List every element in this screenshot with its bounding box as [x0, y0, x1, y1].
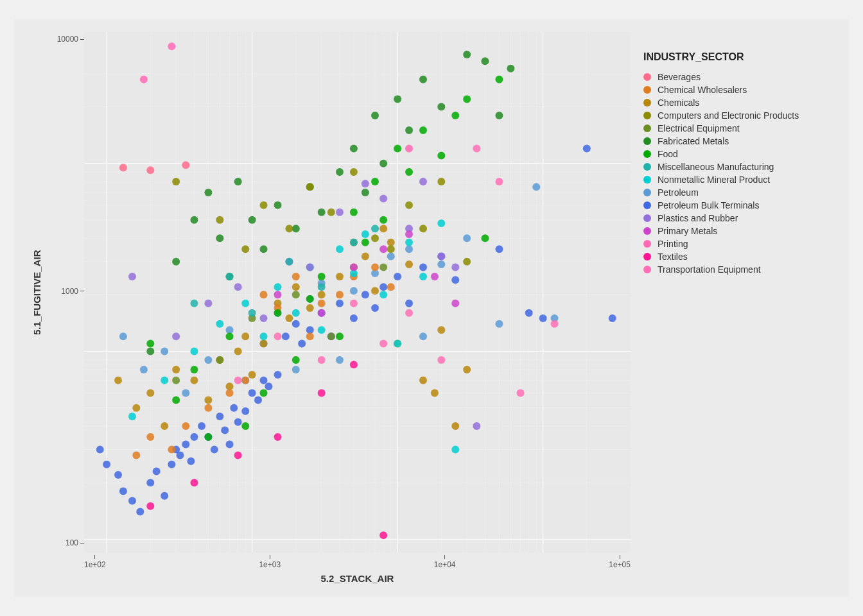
svg-point-243 [437, 219, 445, 227]
svg-point-164 [204, 404, 212, 412]
svg-point-312 [551, 320, 559, 328]
svg-point-152 [387, 239, 395, 246]
svg-point-74 [216, 413, 223, 420]
svg-point-276 [248, 309, 256, 317]
svg-point-182 [234, 178, 242, 185]
svg-point-98 [419, 264, 427, 271]
legend-item: Nonmetallic Mineral Product [643, 173, 836, 186]
svg-point-81 [254, 397, 262, 404]
legend-item: Printing [643, 237, 836, 250]
svg-point-73 [211, 446, 218, 454]
svg-point-176 [146, 348, 154, 355]
legend-item: Chemicals [643, 96, 836, 109]
svg-point-305 [350, 300, 358, 307]
svg-point-306 [379, 339, 387, 347]
svg-point-200 [495, 112, 503, 119]
svg-point-225 [495, 76, 503, 83]
legend: INDUSTRY_SECTOR BeveragesChemical Wholes… [631, 32, 842, 584]
svg-point-101 [495, 245, 503, 253]
svg-point-244 [451, 446, 459, 454]
svg-point-266 [451, 300, 459, 307]
svg-point-197 [437, 103, 445, 111]
svg-point-105 [609, 314, 616, 322]
legend-label: Food [658, 149, 678, 159]
legend-label: Printing [658, 239, 688, 249]
svg-point-310 [495, 178, 503, 185]
legend-dot [643, 86, 651, 94]
x-axis-spacer [27, 552, 84, 569]
svg-point-235 [318, 326, 326, 334]
legend-label: Transportation Equipment [658, 264, 761, 275]
svg-point-185 [274, 201, 281, 209]
legend-item: Electrical Equipment [643, 122, 836, 135]
svg-point-224 [481, 234, 489, 242]
svg-point-135 [204, 397, 212, 404]
legend-label: Miscellaneous Manufacturing [658, 162, 774, 172]
y-axis-label: 5.1_FUGITIVE_AIR [27, 32, 46, 552]
svg-point-267 [172, 377, 180, 384]
svg-point-208 [260, 389, 268, 397]
legend-dot [643, 73, 651, 81]
svg-point-130 [132, 404, 140, 412]
svg-point-288 [172, 178, 180, 185]
svg-point-171 [318, 300, 326, 307]
svg-point-172 [336, 291, 344, 298]
svg-point-126 [495, 320, 503, 328]
svg-point-110 [204, 356, 212, 364]
y-axis-ticks: 10000 1000 100 [49, 32, 84, 552]
legend-dot [643, 240, 651, 248]
svg-point-202 [146, 339, 154, 347]
legend-dot [643, 112, 651, 119]
legend-label: Fabricated Metals [658, 136, 729, 146]
svg-point-242 [419, 273, 427, 280]
svg-point-283 [234, 451, 242, 459]
svg-point-248 [234, 283, 242, 291]
svg-point-102 [525, 309, 533, 317]
svg-point-166 [241, 377, 249, 384]
svg-point-304 [318, 356, 326, 364]
legend-dot [643, 163, 651, 171]
svg-point-279 [350, 239, 358, 246]
svg-point-61 [136, 508, 144, 516]
svg-point-97 [405, 300, 413, 307]
plot-canvas [84, 32, 631, 552]
x-axis-row: 1e+02 1e+03 1e+04 1e+05 [27, 552, 631, 569]
svg-point-104 [583, 144, 591, 152]
svg-point-213 [336, 332, 344, 340]
svg-point-228 [190, 348, 198, 355]
plot-canvas-wrapper [84, 32, 631, 552]
legend-dot [643, 266, 651, 273]
svg-point-85 [282, 332, 290, 340]
svg-point-127 [532, 183, 540, 191]
svg-point-271 [327, 332, 335, 340]
legend-item: Fabricated Metals [643, 135, 836, 148]
x-axis-label: 5.2_STACK_AIR [27, 569, 631, 584]
svg-point-51 [146, 166, 154, 174]
legend-label: Plastics and Rubber [658, 213, 738, 223]
svg-point-107 [140, 366, 148, 373]
svg-point-70 [190, 433, 198, 441]
svg-point-278 [318, 283, 326, 291]
svg-point-58 [114, 471, 122, 479]
svg-point-298 [405, 201, 413, 209]
legend-item: Petroleum [643, 186, 836, 199]
x-tick-dash [444, 555, 445, 559]
svg-point-146 [318, 291, 326, 298]
plot-with-yaxis: 5.1_FUGITIVE_AIR 10000 1000 100 [27, 32, 631, 552]
svg-point-238 [362, 230, 369, 238]
y-tick-1000: 1000 [61, 287, 84, 296]
legend-item: Computers and Electronic Products [643, 109, 836, 122]
svg-point-84 [274, 371, 281, 379]
svg-point-91 [336, 300, 344, 307]
svg-point-290 [241, 245, 249, 253]
svg-point-297 [387, 245, 395, 253]
svg-point-119 [350, 287, 358, 295]
svg-point-229 [216, 320, 223, 328]
svg-point-212 [318, 273, 326, 280]
svg-point-167 [260, 291, 268, 298]
x-tick-1e2: 1e+02 [84, 555, 106, 569]
svg-point-64 [161, 492, 168, 500]
legend-dot [643, 189, 651, 196]
svg-point-67 [177, 451, 184, 459]
svg-point-190 [350, 144, 358, 152]
